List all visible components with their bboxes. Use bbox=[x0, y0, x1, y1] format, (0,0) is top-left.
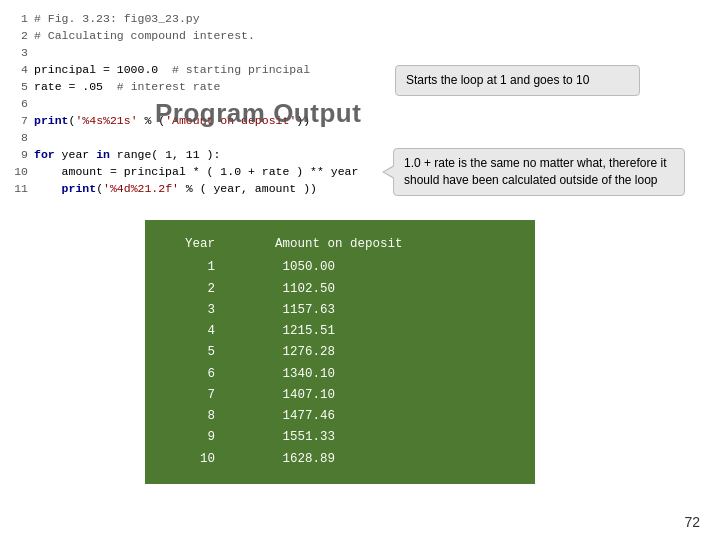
row-year: 8 bbox=[165, 406, 215, 427]
output-row: 81477.46 bbox=[165, 406, 515, 427]
row-amount: 1102.50 bbox=[235, 279, 335, 300]
row-amount: 1628.89 bbox=[235, 449, 335, 470]
code-line-9: 9 for year in range( 1, 11 ): bbox=[10, 146, 390, 163]
output-row: 31157.63 bbox=[165, 300, 515, 321]
row-year: 4 bbox=[165, 321, 215, 342]
code-line-1: 1 # Fig. 3.23: fig03_23.py bbox=[10, 10, 390, 27]
output-row: 11050.00 bbox=[165, 257, 515, 278]
row-year: 7 bbox=[165, 385, 215, 406]
row-year: 3 bbox=[165, 300, 215, 321]
row-amount: 1276.28 bbox=[235, 342, 335, 363]
row-amount: 1551.33 bbox=[235, 427, 335, 448]
callout-optimization-text: 1.0 + rate is the same no matter what, t… bbox=[404, 156, 666, 187]
program-output-title: Program Output bbox=[155, 98, 361, 129]
code-line-3: 3 bbox=[10, 44, 390, 61]
output-rows: 11050.0021102.5031157.6341215.5151276.28… bbox=[165, 257, 515, 470]
row-year: 6 bbox=[165, 364, 215, 385]
output-header: Year Amount on deposit bbox=[165, 234, 515, 255]
code-line-8: 8 bbox=[10, 129, 390, 146]
output-col-amount: Amount on deposit bbox=[275, 234, 403, 255]
row-year: 5 bbox=[165, 342, 215, 363]
callout-arrow bbox=[382, 165, 394, 179]
output-col-year: Year bbox=[165, 234, 215, 255]
callout-optimization: 1.0 + rate is the same no matter what, t… bbox=[393, 148, 685, 196]
code-line-5: 5 rate = .05 # interest rate bbox=[10, 78, 390, 95]
output-row: 21102.50 bbox=[165, 279, 515, 300]
code-line-2: 2 # Calculating compound interest. bbox=[10, 27, 390, 44]
row-year: 1 bbox=[165, 257, 215, 278]
code-line-10: 10 amount = principal * ( 1.0 + rate ) *… bbox=[10, 163, 390, 180]
code-line-11: 11 print('%4d%21.2f' % ( year, amount )) bbox=[10, 180, 390, 197]
row-amount: 1050.00 bbox=[235, 257, 335, 278]
output-row: 61340.10 bbox=[165, 364, 515, 385]
row-amount: 1157.63 bbox=[235, 300, 335, 321]
output-row: 91551.33 bbox=[165, 427, 515, 448]
row-year: 9 bbox=[165, 427, 215, 448]
row-amount: 1477.46 bbox=[235, 406, 335, 427]
output-row: 101628.89 bbox=[165, 449, 515, 470]
row-amount: 1340.10 bbox=[235, 364, 335, 385]
callout-loop-range: Starts the loop at 1 and goes to 10 bbox=[395, 65, 640, 96]
row-amount: 1407.10 bbox=[235, 385, 335, 406]
output-row: 41215.51 bbox=[165, 321, 515, 342]
output-box: Year Amount on deposit 11050.0021102.503… bbox=[145, 220, 535, 484]
output-row: 71407.10 bbox=[165, 385, 515, 406]
code-line-4: 4 principal = 1000.0 # starting principa… bbox=[10, 61, 390, 78]
row-amount: 1215.51 bbox=[235, 321, 335, 342]
callout-loop-text: Starts the loop at 1 and goes to 10 bbox=[406, 73, 589, 87]
output-row: 51276.28 bbox=[165, 342, 515, 363]
page-number: 72 bbox=[684, 514, 700, 530]
slide: 1 # Fig. 3.23: fig03_23.py 2 # Calculati… bbox=[0, 0, 720, 540]
row-year: 10 bbox=[165, 449, 215, 470]
row-year: 2 bbox=[165, 279, 215, 300]
